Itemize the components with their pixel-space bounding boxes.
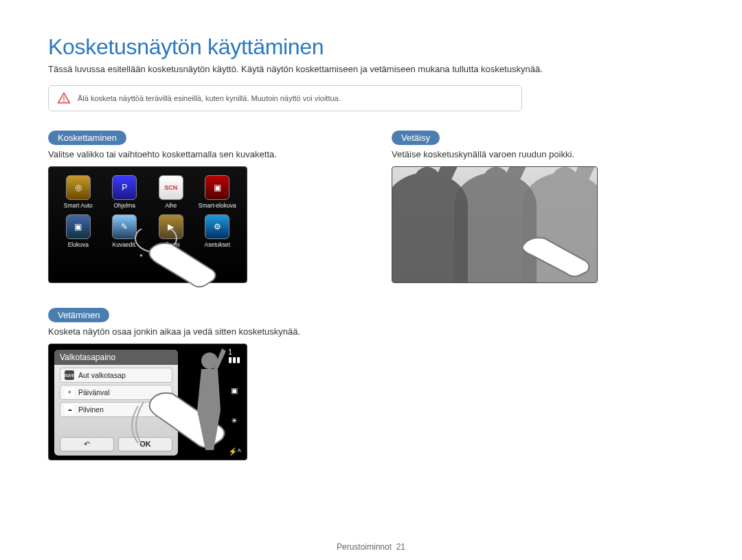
footer-section: Perustoiminnot <box>337 542 392 552</box>
wb-item-auto: AWB Aut valkotasap <box>60 368 172 383</box>
counter-label: 1 ▮▮▮ <box>228 348 240 363</box>
heading-flicking: Vetäisy <box>392 131 440 145</box>
page-title: Kosketusnäytön käyttäminen <box>48 34 694 60</box>
edit-icon: ✎ <box>112 214 137 239</box>
smart-movie-icon: ▣ <box>205 175 229 200</box>
person-silhouette <box>186 348 227 451</box>
program-icon: P <box>112 175 137 200</box>
wb-side-indicators: 1 ▮▮▮ ▣ ☀ ⚡ᴬ <box>226 348 243 456</box>
flick-screen-illustration <box>392 166 598 283</box>
desc-dragging: Kosketa näytön osaa jonkin aikaa ja vedä… <box>48 326 364 337</box>
app-albumi: ▶ Albumi <box>148 214 194 248</box>
brightness-icon: ☀ <box>231 417 238 425</box>
page-intro: Tässä luvussa esitellään kosketusnäytön … <box>48 64 694 74</box>
desc-touching: Valitse valikko tai vaihtoehto koskettam… <box>48 149 364 159</box>
awb-icon: AWB <box>65 370 74 380</box>
app-kuvaedit: ✎ Kuvaedit. <box>102 214 148 248</box>
section-flicking: Vetäisy Vetäise kosketuskynällä varoen r… <box>392 131 680 283</box>
camera-icon: ◎ <box>66 175 91 200</box>
warning-text: Älä kosketa näyttöä terävillä esineillä,… <box>78 94 341 102</box>
app-smart-auto: ◎ Smart Auto <box>56 175 101 209</box>
desc-flicking: Vetäise kosketuskynällä varoen ruudun po… <box>392 149 680 159</box>
scene-icon: SCN <box>159 175 183 200</box>
app-elokuva: ▣ Elokuva <box>56 214 101 248</box>
warning-box: Älä kosketa näyttöä terävillä esineillä,… <box>48 85 522 111</box>
page-footer: Perustoiminnot 21 <box>0 542 742 552</box>
section-touching: Koskettaminen Valitse valikko tai vaihto… <box>48 131 364 283</box>
mode-icon: ▣ <box>231 387 238 394</box>
drag-screen-illustration: Valkotasapaino AWB Aut valkotasap ☀ Päiv… <box>48 344 247 460</box>
heading-dragging: Vetäminen <box>48 308 109 322</box>
touch-screen-illustration: ◎ Smart Auto P Ohjelma SCN Aihe ▣ Smart-… <box>48 166 247 283</box>
ok-button: OK <box>118 437 172 451</box>
heading-touching: Koskettaminen <box>48 131 126 145</box>
wb-item-cloudy: ☁ Pilvinen <box>60 402 172 417</box>
app-aihe: SCN Aihe <box>148 175 194 209</box>
settings-icon: ⚙ <box>205 214 229 239</box>
page-indicator: ● ○ <box>56 252 240 258</box>
wb-panel-title: Valkotasapaino <box>54 350 178 365</box>
footer-page-number: 21 <box>396 542 405 552</box>
app-asetukset: ⚙ Asetukset <box>195 214 240 248</box>
app-smart-elokuva: ▣ Smart-elokuva <box>195 175 240 209</box>
section-dragging: Vetäminen Kosketa näytön osaa jonkin aik… <box>48 308 364 460</box>
sun-icon: ☀ <box>65 388 74 397</box>
wb-item-daylight: ☀ Päivänval <box>60 385 172 400</box>
cloud-icon: ☁ <box>65 405 74 414</box>
movie-icon: ▣ <box>66 214 91 239</box>
app-ohjelma: P Ohjelma <box>102 175 148 209</box>
back-button: ↶ <box>60 437 114 451</box>
album-icon: ▶ <box>159 214 183 239</box>
warning-icon <box>57 91 71 105</box>
svg-point-1 <box>63 100 65 102</box>
flash-icon: ⚡ᴬ <box>228 448 241 456</box>
